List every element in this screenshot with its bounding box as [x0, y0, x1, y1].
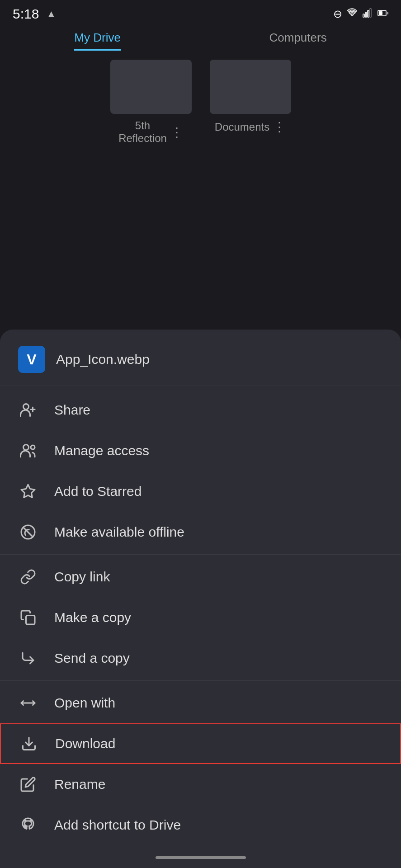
menu-item-add-shortcut[interactable]: Add shortcut to Drive — [0, 805, 401, 845]
svg-rect-0 — [363, 14, 364, 17]
svg-marker-12 — [21, 485, 35, 498]
file-name: App_Icon.webp — [56, 352, 150, 367]
card-label-documents: Documents — [215, 121, 269, 133]
manage-access-label: Manage access — [54, 443, 149, 458]
open-with-label: Open with — [54, 695, 115, 711]
send-copy-label: Send a copy — [54, 651, 130, 666]
menu-item-make-copy[interactable]: Make a copy — [0, 597, 401, 638]
svg-point-10 — [24, 445, 29, 450]
share-label: Share — [54, 402, 90, 418]
svg-rect-3 — [370, 9, 371, 17]
menu-item-starred[interactable]: Add to Starred — [0, 471, 401, 512]
svg-point-11 — [31, 445, 35, 449]
file-header: V App_Icon.webp — [0, 330, 401, 386]
star-icon — [18, 481, 38, 501]
file-icon-letter: V — [27, 351, 36, 368]
thumbnail-reflection — [110, 60, 192, 114]
more-dots-documents[interactable]: ⋮ — [273, 119, 286, 134]
status-icons: ⊖ — [333, 8, 388, 20]
download-icon — [19, 734, 39, 754]
home-bar — [156, 856, 246, 859]
menu-item-copy-link[interactable]: Copy link — [0, 557, 401, 597]
offline-icon — [18, 522, 38, 542]
open-with-icon — [18, 693, 38, 713]
thumbnail-documents — [210, 60, 291, 114]
bg-card-reflection: 5thReflection ⋮ — [110, 60, 192, 145]
card-label-reflection: 5thReflection — [118, 119, 167, 145]
svg-rect-6 — [379, 11, 382, 15]
bottom-sheet: V App_Icon.webp Share — [0, 330, 401, 868]
more-dots-reflection[interactable]: ⋮ — [170, 125, 183, 140]
status-time: 5:18 — [13, 6, 39, 22]
separator-2 — [0, 680, 401, 681]
offline-label: Make available offline — [54, 524, 184, 540]
wifi-icon — [347, 8, 358, 20]
add-shortcut-icon — [18, 815, 38, 835]
menu-item-download[interactable]: Download — [0, 723, 401, 764]
drive-status-icon: ▲ — [46, 8, 56, 20]
copy-link-label: Copy link — [54, 569, 110, 585]
make-copy-label: Make a copy — [54, 610, 131, 625]
signal-icon — [362, 8, 373, 20]
battery-icon — [377, 8, 388, 20]
tab-bar: My Drive Computers — [0, 26, 401, 51]
people-icon — [18, 441, 38, 461]
send-icon — [18, 648, 38, 668]
link-icon — [18, 567, 38, 587]
menu-list: Share Manage access Add to Starred — [0, 386, 401, 849]
person-add-icon — [18, 400, 38, 420]
menu-item-offline[interactable]: Make available offline — [0, 512, 401, 552]
edit-icon — [18, 774, 38, 794]
bg-card-documents: Documents ⋮ — [210, 60, 291, 145]
copy-icon — [18, 608, 38, 627]
starred-label: Add to Starred — [54, 484, 142, 499]
dnd-icon: ⊖ — [333, 8, 342, 20]
svg-rect-15 — [26, 616, 35, 625]
add-shortcut-label: Add shortcut to Drive — [54, 817, 181, 833]
file-icon: V — [18, 346, 45, 373]
svg-point-7 — [24, 404, 29, 410]
menu-item-open-with[interactable]: Open with — [0, 683, 401, 723]
status-bar: 5:18 ▲ ⊖ — [0, 0, 401, 26]
download-label: Download — [55, 736, 115, 751]
menu-item-rename[interactable]: Rename — [0, 764, 401, 805]
rename-label: Rename — [54, 777, 105, 792]
tab-my-drive[interactable]: My Drive — [74, 31, 121, 51]
svg-rect-1 — [365, 12, 367, 17]
home-indicator — [0, 849, 401, 868]
menu-item-send-copy[interactable]: Send a copy — [0, 638, 401, 679]
tab-computers[interactable]: Computers — [269, 31, 327, 51]
svg-rect-2 — [368, 10, 369, 17]
menu-item-manage-access[interactable]: Manage access — [0, 430, 401, 471]
menu-item-share[interactable]: Share — [0, 390, 401, 430]
separator-1 — [0, 554, 401, 555]
background-grid: 5thReflection ⋮ Documents ⋮ — [0, 51, 401, 154]
